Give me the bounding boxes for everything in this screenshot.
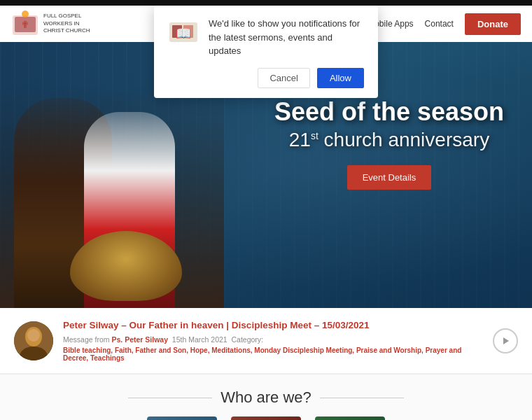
who-are-we-title: Who are we? — [220, 388, 312, 407]
notification-bell-icon: 📖 — [168, 17, 199, 48]
who-card-1 — [147, 416, 217, 420]
svg-text:📖: 📖 — [176, 26, 192, 41]
play-button[interactable] — [493, 328, 518, 354]
sermon-message-from: Message from — [63, 335, 110, 344]
logo-text: FULL GOSPEL WORKERS IN CHRIST CHURCH — [43, 13, 92, 34]
hero-figures — [0, 84, 224, 308]
sermon-meta: Message from Ps. Peter Silway 15th March… — [63, 335, 483, 346]
who-card-3 — [315, 416, 385, 420]
who-section: Who are we? — [0, 374, 532, 420]
svg-marker-8 — [503, 337, 509, 344]
popup-message: We'd like to show you notifications for … — [209, 17, 364, 58]
hero-title: Seed of the season — [274, 98, 504, 126]
who-card-2 — [231, 416, 301, 420]
anniversary-text: church anniversary — [318, 129, 489, 150]
svg-point-3 — [22, 10, 29, 18]
anniversary-number: 21 — [289, 129, 311, 150]
logo-icon: ✟ — [11, 10, 39, 38]
sermon-avatar — [14, 321, 53, 360]
allow-button[interactable]: Allow — [317, 68, 364, 88]
sermon-section: Peter Silway – Our Father in heaven | Di… — [0, 308, 532, 374]
sermon-category-label: Category: — [232, 335, 264, 344]
nav-contact[interactable]: Contact — [425, 19, 454, 29]
anniversary-sup: st — [311, 130, 318, 141]
popup-top: 📖 We'd like to show you notifications fo… — [168, 17, 364, 58]
donate-button[interactable]: Donate — [465, 13, 521, 35]
sermon-title[interactable]: Peter Silway – Our Father in heaven | Di… — [63, 319, 483, 332]
sermon-info: Peter Silway – Our Father in heaven | Di… — [63, 319, 483, 362]
who-cards — [14, 416, 518, 420]
sermon-tags: Bible teaching, Faith, Father and Son, H… — [63, 346, 483, 362]
notification-popup: 📖 We'd like to show you notifications fo… — [154, 6, 378, 98]
hero-text-block: Seed of the season 21st church anniversa… — [274, 98, 504, 190]
cancel-button[interactable]: Cancel — [258, 68, 309, 88]
hero-subtitle: 21st church anniversary — [274, 129, 504, 151]
event-details-button[interactable]: Event Details — [347, 165, 432, 190]
svg-text:✟: ✟ — [21, 19, 29, 30]
logo-area: ✟ FULL GOSPEL WORKERS IN CHRIST CHURCH — [11, 10, 92, 38]
sermon-author[interactable]: Ps. Peter Silway — [111, 335, 168, 344]
popup-message-text: We'd like to show you notifications for … — [209, 18, 360, 56]
top-bar — [0, 0, 532, 6]
popup-buttons: Cancel Allow — [168, 68, 364, 88]
svg-point-7 — [27, 329, 40, 342]
sermon-date: 15th March 2021 — [172, 335, 227, 344]
